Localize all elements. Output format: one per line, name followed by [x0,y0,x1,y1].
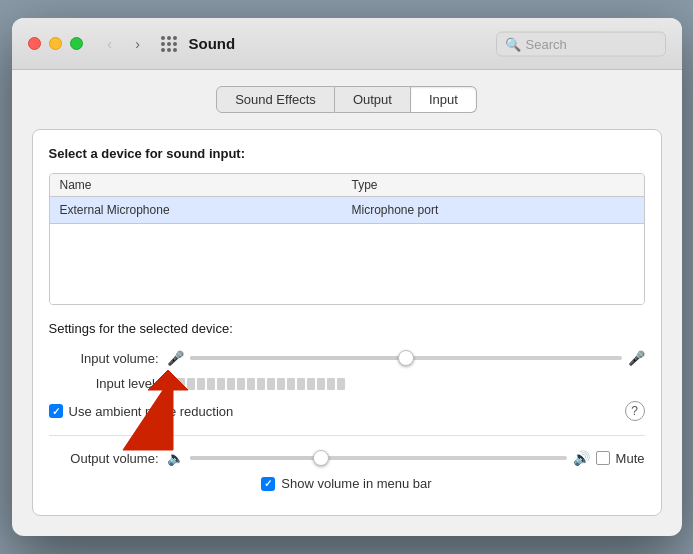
input-level-row: Input level: [49,376,645,391]
mute-label: Mute [616,451,645,466]
output-volume-row: Output volume: 🔈 🔊 Mute [49,450,645,466]
level-bar-17 [327,378,335,390]
table-row[interactable]: External Microphone Microphone port [50,197,644,224]
titlebar: ‹ › Sound 🔍 Search [12,18,682,70]
noise-reduction-label: Use ambient noise reduction [69,404,234,419]
level-bar-11 [267,378,275,390]
maximize-button[interactable] [70,37,83,50]
panel-title: Select a device for sound input: [49,146,645,161]
input-level-label: Input level: [49,376,159,391]
level-bar-15 [307,378,315,390]
col-name-header: Name [60,178,342,192]
level-bar-7 [227,378,235,390]
level-bar-3 [187,378,195,390]
input-volume-label: Input volume: [49,351,159,366]
output-volume-slider-container: 🔈 🔊 Mute [167,450,645,466]
settings-section: Settings for the selected device: Input … [49,321,645,421]
level-bar-8 [237,378,245,390]
level-bar-10 [257,378,265,390]
minimize-button[interactable] [49,37,62,50]
search-icon: 🔍 [505,36,521,51]
show-volume-checkbox[interactable] [261,477,275,491]
device-type: Microphone port [342,203,634,217]
mute-checkbox[interactable] [596,451,610,465]
mic-high-icon: 🎤 [628,350,645,366]
input-volume-slider-container: 🎤 🎤 [167,350,645,366]
device-name: External Microphone [60,203,342,217]
level-bar-6 [217,378,225,390]
tab-input[interactable]: Input [411,86,477,113]
show-volume-row: Show volume in menu bar [49,476,645,491]
level-bar-5 [207,378,215,390]
output-volume-track[interactable] [190,456,567,460]
table-empty-area [50,224,644,304]
level-bar-12 [277,378,285,390]
input-volume-thumb[interactable] [398,350,414,366]
tabs: Sound Effects Output Input [32,86,662,113]
output-volume-label: Output volume: [49,451,159,466]
level-bar-2 [177,378,185,390]
close-button[interactable] [28,37,41,50]
nav-buttons: ‹ › [99,33,149,55]
level-bar-13 [287,378,295,390]
speaker-low-icon: 🔈 [167,450,184,466]
back-button[interactable]: ‹ [99,33,121,55]
noise-reduction-row: Use ambient noise reduction ? [49,401,645,421]
forward-button[interactable]: › [127,33,149,55]
window-title: Sound [189,35,236,52]
search-placeholder: Search [526,36,567,51]
traffic-lights [28,37,83,50]
input-level-bars [167,378,645,390]
help-button[interactable]: ? [625,401,645,421]
window: ‹ › Sound 🔍 Search Sound Effects Output … [12,18,682,536]
settings-title: Settings for the selected device: [49,321,645,336]
input-volume-row: Input volume: 🎤 🎤 [49,350,645,366]
input-panel: Select a device for sound input: Name Ty… [32,129,662,516]
table-header: Name Type [50,174,644,197]
grid-icon[interactable] [161,36,177,52]
level-bar-1 [167,378,175,390]
level-bar-9 [247,378,255,390]
level-bar-16 [317,378,325,390]
tab-sound-effects[interactable]: Sound Effects [216,86,335,113]
output-volume-thumb[interactable] [313,450,329,466]
col-type-header: Type [342,178,634,192]
level-bar-18 [337,378,345,390]
level-bar-4 [197,378,205,390]
mic-low-icon: 🎤 [167,350,184,366]
input-volume-track[interactable] [190,356,622,360]
bottom-section: Output volume: 🔈 🔊 Mute Show vo [49,435,645,491]
noise-reduction-checkbox[interactable] [49,404,63,418]
search-box[interactable]: 🔍 Search [496,31,666,56]
speaker-high-icon: 🔊 [573,450,590,466]
tab-output[interactable]: Output [335,86,411,113]
device-table: Name Type External Microphone Microphone… [49,173,645,305]
level-bar-14 [297,378,305,390]
show-volume-label: Show volume in menu bar [281,476,431,491]
content: Sound Effects Output Input Select a devi… [12,70,682,536]
